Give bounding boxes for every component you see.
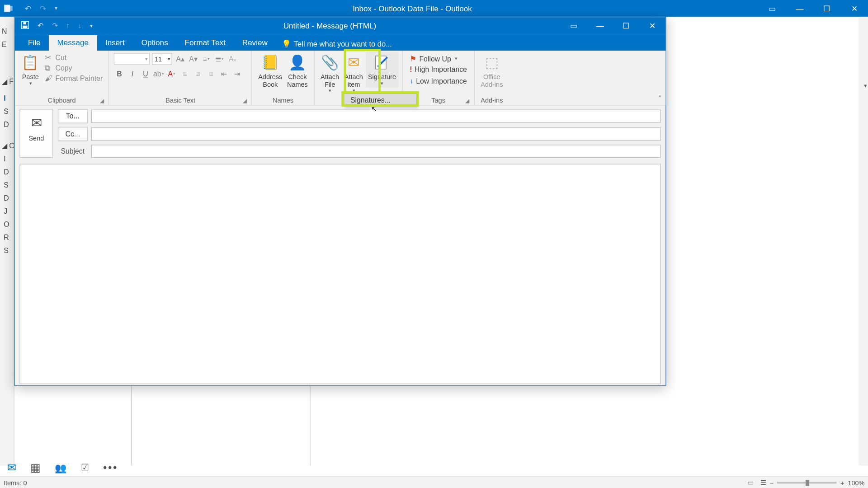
nav-mail-icon[interactable]: ✉: [7, 461, 16, 474]
bullets-button[interactable]: ≡: [201, 54, 212, 65]
tab-insert[interactable]: Insert: [97, 35, 133, 51]
qat-prev-icon[interactable]: ↑: [66, 21, 70, 29]
zoom-out-button[interactable]: −: [770, 479, 774, 486]
attach-item-button[interactable]: ✉ Attach Item ▾: [342, 52, 366, 95]
ribbon-tabs: File Message Insert Options Format Text …: [15, 34, 665, 51]
italic-button[interactable]: I: [127, 69, 138, 80]
dialog-launcher-icon[interactable]: ◢: [100, 98, 104, 103]
view-reading-icon[interactable]: ☰: [760, 479, 766, 487]
attach-file-button[interactable]: 📎 Attach File ▾: [318, 52, 342, 95]
main-window-title: Inbox - Outlook Data File - Outlook: [66, 4, 759, 13]
main-scrollbar[interactable]: ▾: [859, 17, 868, 466]
paste-button[interactable]: 📋 Paste ▾: [19, 52, 42, 88]
scissors-icon: ✂: [45, 53, 53, 62]
main-close-button[interactable]: ✕: [841, 0, 868, 17]
clear-format-button[interactable]: Aₓ: [227, 54, 238, 65]
qat-redo-icon[interactable]: ↷: [40, 4, 46, 13]
cut-button[interactable]: ✂Cut: [45, 53, 103, 62]
nav-calendar-icon[interactable]: ▦: [30, 461, 40, 474]
format-painter-button[interactable]: 🖌Format Painter: [45, 74, 103, 83]
font-family-select[interactable]: ▾: [114, 53, 150, 65]
attach-item-icon: ✉: [344, 53, 363, 72]
to-button[interactable]: To...: [58, 109, 88, 123]
check-names-icon: 👤: [288, 53, 307, 72]
qat-save-icon[interactable]: [21, 20, 29, 30]
compose-titlebar: ↶ ↷ ↑ ↓ ▾ Untitled - Message (HTML) ▭ ― …: [15, 17, 665, 34]
qat-customize-icon[interactable]: ▾: [90, 23, 93, 28]
send-button[interactable]: ✉ Send: [19, 109, 53, 158]
svg-rect-1: [7, 6, 13, 11]
zoom-in-button[interactable]: +: [840, 479, 844, 486]
down-arrow-icon: ↓: [410, 76, 414, 85]
group-basic-text: ▾ 11▾ A▴ A▾ ≡ ≣ Aₓ B I U ab: [109, 51, 252, 105]
to-input[interactable]: [91, 110, 661, 123]
high-importance-button[interactable]: !High Importance: [410, 66, 467, 74]
subject-input[interactable]: [91, 145, 661, 158]
tab-options[interactable]: Options: [133, 35, 176, 51]
tab-file[interactable]: File: [19, 35, 49, 51]
shrink-font-button[interactable]: A▾: [188, 54, 199, 65]
dialog-launcher-icon[interactable]: ◢: [243, 98, 247, 103]
follow-up-button[interactable]: ⚑Follow Up▾: [410, 54, 467, 63]
highlight-button[interactable]: ab: [153, 69, 164, 80]
copy-icon: ⧉: [45, 63, 53, 73]
dialog-launcher-icon[interactable]: ◢: [465, 98, 469, 103]
office-addins-button[interactable]: ⬚ Office Add-ins: [478, 52, 505, 89]
cc-button[interactable]: Cc...: [58, 127, 88, 141]
signature-icon: [373, 53, 392, 72]
lightbulb-icon: 💡: [282, 39, 291, 48]
status-items-count: Items: 0: [4, 479, 27, 486]
outlook-nav-pane-sliver: N E ◢ F I S D ◢ C I D S D J O R S: [0, 17, 14, 466]
numbering-button[interactable]: ≣: [214, 54, 225, 65]
qat-customize-icon[interactable]: ▾: [55, 5, 58, 11]
nav-tasks-icon[interactable]: ☑: [81, 462, 89, 473]
address-book-button[interactable]: 📒 Address Book: [256, 52, 285, 89]
ribbon-display-icon[interactable]: ▭: [759, 0, 786, 17]
zoom-slider[interactable]: [777, 482, 837, 483]
align-center-button[interactable]: ≡: [193, 69, 203, 80]
compose-window-title: Untitled - Message (HTML): [99, 21, 561, 30]
main-minimize-button[interactable]: ―: [786, 0, 813, 17]
brush-icon: 🖌: [45, 74, 53, 83]
qat-undo-icon[interactable]: ↶: [38, 21, 43, 29]
group-names: 📒 Address Book 👤 Check Names Names: [252, 51, 314, 105]
outdent-button[interactable]: ⇤: [219, 69, 230, 80]
outlook-main-titlebar: ↶ ↷ ▾ Inbox - Outlook Data File - Outloo…: [0, 0, 868, 17]
check-names-button[interactable]: 👤 Check Names: [285, 52, 310, 89]
qat-undo-icon[interactable]: ↶: [25, 4, 31, 13]
underline-button[interactable]: U: [140, 69, 151, 80]
copy-button[interactable]: ⧉Copy: [45, 63, 103, 73]
signature-button[interactable]: Signature ▾: [366, 52, 399, 88]
signatures-menu-item[interactable]: Signatures...: [344, 94, 416, 106]
nav-people-icon[interactable]: 👥: [55, 462, 66, 473]
grow-font-button[interactable]: A▴: [175, 54, 186, 65]
qat-next-icon[interactable]: ↓: [78, 21, 82, 29]
status-bar: Items: 0 ▭ ☰ − + 100%: [0, 476, 868, 488]
tab-format-text[interactable]: Format Text: [176, 35, 234, 51]
zoom-level: 100%: [848, 479, 864, 486]
font-size-select[interactable]: 11▾: [152, 53, 173, 65]
low-importance-button[interactable]: ↓Low Importance: [410, 76, 467, 85]
nav-more-icon[interactable]: •••: [103, 461, 118, 474]
group-label-addins: Add-ins: [481, 97, 503, 104]
collapse-ribbon-icon[interactable]: ˄: [658, 95, 662, 103]
bold-button[interactable]: B: [114, 69, 125, 80]
align-left-button[interactable]: ≡: [179, 69, 190, 80]
compose-maximize-button[interactable]: ☐: [613, 17, 639, 34]
tab-review[interactable]: Review: [234, 35, 276, 51]
font-color-button[interactable]: A: [166, 69, 177, 80]
cc-input[interactable]: [91, 127, 661, 141]
tell-me-search[interactable]: 💡 Tell me what you want to do...: [276, 37, 398, 51]
message-body-input[interactable]: [19, 164, 660, 384]
svg-rect-3: [23, 25, 28, 28]
group-addins: ⬚ Office Add-ins Add-ins: [475, 51, 509, 105]
compose-ribbon-opts-icon[interactable]: ▭: [561, 17, 587, 34]
align-right-button[interactable]: ≡: [206, 69, 217, 80]
qat-redo-icon[interactable]: ↷: [52, 21, 58, 29]
tab-message[interactable]: Message: [49, 35, 97, 51]
indent-button[interactable]: ⇥: [232, 69, 243, 80]
compose-close-button[interactable]: ✕: [639, 17, 665, 34]
view-normal-icon[interactable]: ▭: [747, 479, 753, 487]
compose-minimize-button[interactable]: ―: [587, 17, 613, 34]
main-maximize-button[interactable]: ☐: [813, 0, 841, 17]
